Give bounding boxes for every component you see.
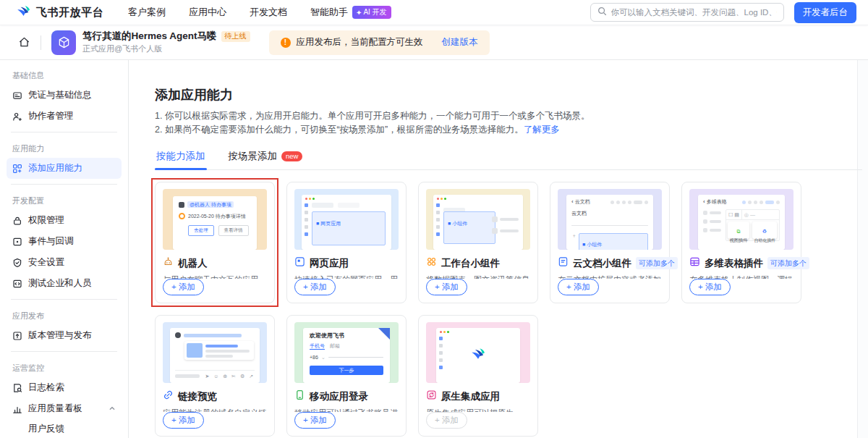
divider: [11, 132, 117, 132]
sidebar-section-basic: 基础信息: [7, 64, 122, 85]
docs-widget-icon: [558, 256, 569, 270]
learn-more-link[interactable]: 了解更多: [524, 125, 560, 135]
scrollbar-track[interactable]: [857, 60, 868, 438]
add-capability-icon: [12, 164, 22, 174]
multi-add-badge: 可添加多个: [767, 257, 809, 269]
quality-chart-icon: [12, 404, 22, 414]
sidebar-item-versions[interactable]: 版本管理与发布: [7, 325, 122, 346]
add-link-preview-button[interactable]: + 添加: [163, 412, 204, 429]
nav-link-cases[interactable]: 客户案例: [128, 6, 166, 19]
capability-tabs: 按能力添加 按场景添加new: [155, 146, 862, 170]
security-shield-icon: [12, 258, 22, 268]
home-icon: [18, 36, 30, 49]
card-workplace-widget[interactable]: ■ 小组件 工作台小组件 将数据图表、图文资讯等信息通过小组件添加到工作台。 +…: [418, 182, 538, 303]
link-preview-icon: [163, 389, 174, 403]
add-web-app-button[interactable]: + 添加: [294, 279, 336, 295]
bitable-plugin-illustration: ‹ 多维表格 ☐ ▤◎ —: [689, 189, 793, 250]
docs-widget-illustration: ‹ 云文档 云文档 ＋ ■ 小组件: [558, 189, 662, 250]
add-docs-widget-button[interactable]: + 添加: [558, 279, 599, 295]
sidebar-item-logs[interactable]: 日志检索: [7, 377, 122, 398]
workplace-widget-illustration: ■ 小组件: [426, 189, 530, 250]
add-bot-button[interactable]: + 添加: [163, 279, 204, 295]
search-icon: [597, 6, 607, 19]
credential-icon: [12, 90, 22, 101]
nav-link-app-center[interactable]: 应用中心: [189, 6, 226, 19]
sidebar-subitem-user-feedback[interactable]: 用户反馈: [7, 419, 122, 438]
card-bitable-plugin[interactable]: ‹ 多维表格 ☐ ▤◎ —: [681, 182, 801, 303]
nav-link-docs[interactable]: 开发文档: [250, 6, 287, 19]
publish-notice-banner: ! 应用发布后，当前配置方可生效 创建版本: [269, 30, 490, 55]
event-callback-icon: [12, 237, 22, 247]
description-line-1: 1. 你可以根据实际需求，为应用开启能力。单个应用可开启多种能力，一个能力可用于…: [155, 109, 857, 123]
brand-logo[interactable]: 飞书开放平台: [16, 4, 103, 22]
card-bot[interactable]: @机器人 待办事项 2022-05-20 待办事项详情 去处理查看详情 机器人 …: [155, 182, 275, 303]
add-bitable-plugin-button[interactable]: + 添加: [689, 279, 731, 295]
divider: [11, 299, 117, 300]
bot-illustration: @机器人 待办事项 2022-05-20 待办事项详情 去处理查看详情: [163, 189, 267, 250]
nav-link-ai-assistant[interactable]: 智能助手 ✦AI 开发: [310, 6, 391, 19]
capability-cards: @机器人 待办事项 2022-05-20 待办事项详情 去处理查看详情 机器人 …: [155, 182, 857, 437]
native-integration-illustration: [426, 322, 530, 383]
brand-name: 飞书开放平台: [36, 6, 103, 20]
tab-by-scenario[interactable]: 按场景添加new: [227, 146, 305, 169]
create-version-link[interactable]: 创建版本: [442, 36, 478, 49]
robot-icon: [163, 256, 174, 270]
webapp-icon: [294, 256, 305, 270]
sidebar-section-monitoring: 运营监控: [7, 357, 122, 377]
app-header-bar: 笃行其道的Hermes Agent马喽 待上线 正式应用@飞书个人版 ! 应用发…: [0, 25, 868, 60]
version-release-icon: [12, 331, 22, 341]
global-search[interactable]: [590, 3, 784, 22]
chevron-up-icon[interactable]: [109, 404, 116, 414]
mobile-login-illustration: 欢迎使用飞书 手机号 邮箱 +86⌄ 下一步: [294, 322, 399, 383]
app-name: 笃行其道的Hermes Agent马喽: [82, 30, 217, 43]
cube-icon: [57, 35, 71, 49]
sidebar-section-dev-config: 开发配置: [7, 190, 122, 210]
description-line-2: 2. 如果尚不确定需要添加什么能力，可切换至“按场景添加”，根据所需的业务场景选…: [155, 123, 857, 137]
multi-add-badge: 可添加多个: [636, 257, 678, 269]
sidebar: 基础信息 凭证与基础信息 协作者管理 应用能力 添加应用能力 开发配置 权限管理: [0, 60, 129, 438]
add-mobile-login-button[interactable]: + 添加: [294, 412, 336, 429]
card-web-app[interactable]: ■ 网页应用 网页应用 快速接入已有的网页应用，用户可以通过飞书客户端免登录快速…: [286, 182, 407, 303]
divider: [11, 351, 117, 352]
sidebar-item-credentials[interactable]: 凭证与基础信息: [7, 85, 122, 106]
banner-text: 应用发布后，当前配置方可生效: [297, 36, 423, 49]
log-search-icon: [12, 383, 22, 393]
sidebar-item-permissions[interactable]: 权限管理: [7, 210, 122, 231]
sidebar-item-events[interactable]: 事件与回调: [7, 231, 122, 252]
card-docs-widget[interactable]: ‹ 云文档 云文档 ＋ ■ 小组件: [550, 182, 670, 303]
home-button[interactable]: [14, 33, 33, 52]
bitable-plugin-icon: [689, 256, 700, 270]
page-title: 添加应用能力: [155, 86, 857, 104]
nav-links: 客户案例 应用中心 开发文档 智能助手 ✦AI 开发: [128, 6, 391, 19]
sparkle-icon: ✦: [356, 9, 362, 17]
divider: [11, 184, 117, 185]
card-mobile-login[interactable]: 欢迎使用飞书 手机号 邮箱 +86⌄ 下一步: [286, 315, 407, 437]
developer-console-button[interactable]: 开发者后台: [794, 2, 857, 23]
divider: [41, 35, 41, 50]
card-native-integration[interactable]: 原生集成应用 原生集成应用可以把原生 SDK 集成到飞书本地，并调用其中的对应方…: [418, 315, 538, 437]
warning-icon: !: [281, 38, 291, 48]
sidebar-item-security[interactable]: 安全设置: [7, 252, 122, 273]
add-workplace-widget-button[interactable]: + 添加: [426, 279, 467, 295]
tab-by-capability[interactable]: 按能力添加: [155, 146, 207, 169]
mobile-login-icon: [294, 389, 305, 403]
add-native-integration-button[interactable]: + 添加: [426, 412, 467, 429]
test-org-icon: [12, 279, 22, 289]
search-input[interactable]: [611, 8, 777, 17]
app-status-badge: 待上线: [221, 31, 250, 42]
top-navbar: 飞书开放平台 客户案例 应用中心 开发文档 智能助手 ✦AI 开发 开发者后台: [0, 0, 868, 25]
sidebar-item-add-capability[interactable]: 添加应用能力: [7, 158, 122, 179]
sidebar-item-collaborators[interactable]: 协作者管理: [7, 106, 122, 127]
card-link-preview[interactable]: ➤ ☺ ⊕ ✂ ⚙ ↗ 链接预览 应用能为注册的域名自定义链接预览，用户在飞书发…: [155, 315, 275, 437]
feishu-logo-icon: [16, 4, 31, 22]
sidebar-section-capability: 应用能力: [7, 138, 122, 158]
app-avatar: [51, 30, 76, 55]
workplace-widget-icon: [426, 256, 437, 270]
collaborator-icon: [12, 111, 22, 122]
sidebar-item-quality-board[interactable]: 应用质量看板: [7, 398, 122, 419]
link-preview-illustration: ➤ ☺ ⊕ ✂ ⚙ ↗: [163, 322, 267, 383]
app-identity: 笃行其道的Hermes Agent马喽 待上线 正式应用@飞书个人版: [82, 30, 250, 54]
permission-icon: [12, 216, 22, 226]
native-integration-icon: [426, 389, 437, 403]
sidebar-item-test-org[interactable]: 测试企业和人员: [7, 273, 122, 294]
